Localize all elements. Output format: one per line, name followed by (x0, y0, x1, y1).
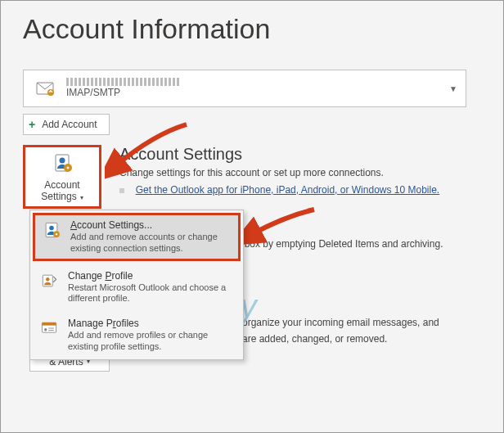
dropdown-item-manage-profiles[interactable]: Manage Profiles Add and remove profiles … (30, 311, 243, 359)
svg-rect-16 (42, 322, 56, 325)
svg-point-17 (44, 328, 47, 331)
dropdown-item-title: Manage Profiles (68, 318, 235, 329)
account-settings-tile[interactable]: Account Settings▾ (23, 145, 101, 209)
add-account-label: Add Account (42, 119, 97, 130)
account-settings-icon (51, 151, 74, 177)
account-email-blurred (66, 78, 181, 86)
dropdown-item-title: Change Profile (68, 270, 235, 282)
rules-trail-text-2: are added, changed, or removed. (242, 333, 481, 345)
dropdown-item-title: Account Settings... (70, 219, 232, 231)
account-settings-tile-label: Account Settings▾ (41, 180, 83, 203)
account-protocol: IMAP/SMTP (66, 87, 181, 98)
svg-point-10 (49, 226, 53, 230)
svg-point-6 (67, 166, 70, 169)
dropdown-item-account-settings[interactable]: Account Settings... Add and remove accou… (33, 213, 241, 261)
dropdown-item-change-profile[interactable]: Change Profile Restart Microsoft Outlook… (30, 264, 243, 312)
account-settings-dropdown: Account Settings... Add and remove accou… (29, 210, 244, 360)
outlook-app-link[interactable]: Get the Outlook app for iPhone, iPad, An… (136, 184, 440, 196)
bullet-icon (119, 188, 124, 193)
change-profile-icon (38, 270, 60, 291)
caret-down-icon: ▼ (449, 84, 457, 93)
mailbox-icon (34, 77, 56, 100)
svg-point-4 (60, 157, 65, 163)
dropdown-item-desc: Add and remove accounts or change existi… (70, 232, 232, 255)
account-info: IMAP/SMTP (66, 78, 181, 98)
manage-profiles-icon (38, 318, 60, 339)
svg-point-12 (56, 233, 57, 235)
plus-icon: + (29, 118, 35, 131)
dropdown-item-desc: Restart Microsoft Outlook and choose a d… (68, 282, 235, 305)
add-account-button[interactable]: + Add Account (23, 114, 110, 135)
rules-trail-text-1: organize your incoming email messages, a… (242, 317, 481, 328)
account-selector[interactable]: IMAP/SMTP ▼ (23, 70, 466, 107)
page-title: Account Information (23, 13, 481, 45)
section-heading-account-settings: Account Settings (119, 145, 481, 164)
dropdown-item-desc: Add and remove profiles or change existi… (68, 330, 235, 353)
outlook-app-link-row: Get the Outlook app for iPhone, iPad, An… (119, 183, 481, 196)
account-settings-icon (41, 219, 62, 241)
section-sub-account-settings: Change settings for this account or set … (119, 167, 481, 178)
mailbox-trail-text: lbox by emptying Deleted Items and archi… (242, 238, 481, 250)
svg-point-14 (46, 277, 49, 281)
